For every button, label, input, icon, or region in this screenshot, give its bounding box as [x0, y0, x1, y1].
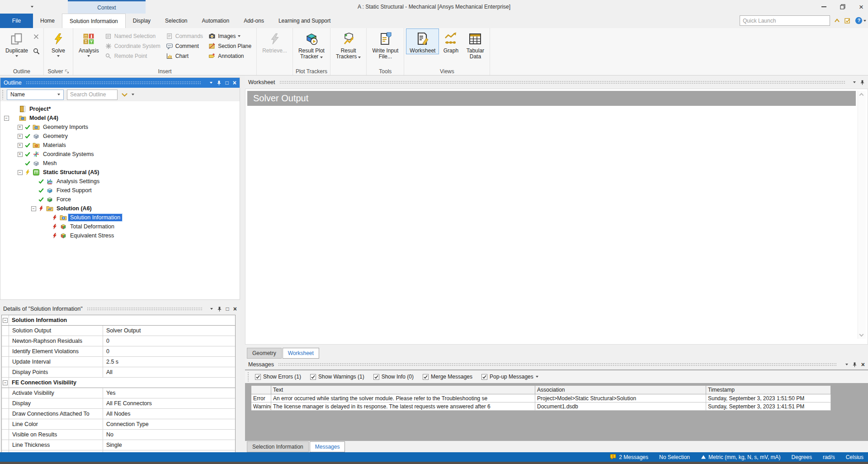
- tree-item-static-structural-a5-[interactable]: −Static Structural (A5): [0, 168, 240, 177]
- dialog-launcher-icon[interactable]: [65, 69, 69, 74]
- toolbar-grip[interactable]: [2, 90, 4, 99]
- result-plot-tracker-button[interactable]: Result PlotTracker: [295, 29, 328, 60]
- checkbox-icon[interactable]: [423, 374, 429, 380]
- minimize-button[interactable]: [821, 6, 826, 7]
- checklist-icon[interactable]: [844, 17, 851, 24]
- scroll-up-icon[interactable]: [859, 93, 864, 98]
- panel-menu-icon[interactable]: [853, 81, 856, 83]
- more-options-icon[interactable]: [132, 94, 134, 95]
- duplicate-button[interactable]: Duplicate: [2, 29, 31, 57]
- tree-expand-icon[interactable]: +: [18, 143, 23, 148]
- tree-item-analysis-settings[interactable]: Analysis Settings: [0, 177, 240, 186]
- filter-show-warnings[interactable]: Show Warnings (1): [310, 374, 364, 380]
- details-property-value[interactable]: 0: [103, 336, 235, 346]
- details-property-value[interactable]: All Nodes: [103, 409, 235, 419]
- column-header-text[interactable]: Text: [271, 386, 535, 394]
- filter-show-errors[interactable]: Show Errors (1): [255, 374, 301, 380]
- filter-merge-messages[interactable]: Merge Messages: [423, 374, 472, 380]
- panel-menu-icon[interactable]: [210, 308, 213, 310]
- find-in-tree-button[interactable]: [32, 47, 40, 55]
- tree-expand-icon[interactable]: +: [18, 125, 23, 130]
- close-button[interactable]: ×: [859, 3, 863, 11]
- status-metric-mm-kg-n-s-mv-ma-[interactable]: Metric (mm, kg, N, s, mV, mA): [701, 454, 781, 460]
- expand-search-icon[interactable]: [121, 92, 128, 98]
- annotation-button[interactable]: Annotation: [207, 51, 253, 61]
- tree-collapse-icon[interactable]: −: [4, 116, 9, 121]
- tree-item-fixed-support[interactable]: Fixed Support: [0, 186, 240, 195]
- section-collapse-icon[interactable]: −: [3, 380, 8, 385]
- pin-icon[interactable]: [852, 362, 857, 368]
- status-celsius[interactable]: Celsius: [846, 454, 863, 460]
- column-header-association[interactable]: Association: [535, 386, 706, 394]
- filter-type-dropdown[interactable]: Name: [7, 90, 64, 100]
- tree-item-mesh[interactable]: Mesh: [0, 159, 240, 168]
- details-property-value[interactable]: No: [103, 430, 235, 440]
- view-tab-geometry[interactable]: Geometry: [247, 348, 282, 359]
- tree-item-project-[interactable]: Project*: [0, 104, 240, 114]
- restore-button[interactable]: [840, 4, 845, 9]
- status-no-selection[interactable]: No Selection: [659, 454, 690, 460]
- details-property-value[interactable]: Single: [103, 440, 235, 450]
- tree-collapse-icon[interactable]: −: [18, 170, 23, 175]
- tab-selection[interactable]: Selection: [158, 14, 194, 28]
- collapse-ribbon-icon[interactable]: [834, 18, 840, 24]
- filter-pop-up-messages[interactable]: Pop-up Messages: [481, 374, 538, 380]
- images-button[interactable]: Images: [207, 31, 253, 41]
- tab-file[interactable]: File: [0, 14, 33, 28]
- analysis-button[interactable]: Analysis: [75, 29, 102, 57]
- close-panel-icon[interactable]: ×: [233, 306, 237, 312]
- column-header-timestamp[interactable]: Timestamp: [706, 386, 831, 394]
- toolbar-grip[interactable]: [247, 372, 250, 382]
- status-degrees[interactable]: Degrees: [792, 454, 812, 460]
- tab-automation[interactable]: Automation: [194, 14, 236, 28]
- worksheet-scrollbar[interactable]: [858, 91, 866, 339]
- result-trackers-button[interactable]: ResultTrackers: [333, 29, 364, 60]
- message-row-error[interactable]: ErrorAn error occurred while starting th…: [251, 394, 831, 402]
- retrieve-button[interactable]: Retrieve...: [259, 29, 290, 54]
- comment-button[interactable]: Comment: [164, 41, 205, 51]
- column-header-severity[interactable]: [251, 386, 271, 394]
- close-panel-icon[interactable]: ×: [233, 80, 236, 86]
- bottom-tab-selection-information[interactable]: Selection Information: [247, 441, 309, 452]
- tree-item-solution-information[interactable]: Solution Information: [0, 213, 240, 222]
- tree-item-solution-a6-[interactable]: −Solution (A6): [0, 204, 240, 213]
- section-plane-button[interactable]: Section Plane: [207, 41, 253, 51]
- bottom-tab-messages[interactable]: Messages: [310, 441, 345, 452]
- tab-display[interactable]: Display: [126, 14, 158, 28]
- tree-item-coordinate-systems[interactable]: +Coordinate Systems: [0, 150, 240, 159]
- tree-item-geometry[interactable]: +Geometry: [0, 132, 240, 141]
- tree-item-model-a4-[interactable]: −Model (A4): [0, 114, 240, 123]
- quick-access-dropdown-icon[interactable]: [31, 6, 33, 8]
- details-property-value[interactable]: All: [103, 367, 235, 377]
- status-rad-s[interactable]: rad/s: [823, 454, 835, 460]
- details-property-value[interactable]: Yes: [103, 388, 235, 398]
- dropdown-caret-icon[interactable]: [87, 55, 90, 57]
- tree-item-geometry-imports[interactable]: +Geometry Imports: [0, 123, 240, 132]
- delete-button[interactable]: [32, 33, 40, 41]
- tree-collapse-icon[interactable]: −: [31, 206, 36, 211]
- write-input-file-button[interactable]: Write InputFile...: [369, 29, 401, 60]
- dropdown-caret-icon[interactable]: [15, 55, 18, 57]
- maximize-panel-icon[interactable]: □: [226, 80, 229, 85]
- tree-item-equivalent-stress[interactable]: Equivalent Stress: [0, 231, 240, 240]
- panel-menu-icon[interactable]: [845, 364, 848, 365]
- pin-icon[interactable]: [217, 80, 222, 86]
- details-property-value[interactable]: Connection Type: [103, 419, 235, 429]
- chart-button[interactable]: Chart: [164, 51, 205, 61]
- maximize-panel-icon[interactable]: □: [226, 306, 229, 312]
- tree-item-total-deformation[interactable]: Total Deformation: [0, 222, 240, 231]
- solve-button[interactable]: Solve: [46, 29, 71, 57]
- quick-launch-input[interactable]: [740, 15, 830, 26]
- message-row-warning[interactable]: WarningThe license manager is delayed in…: [251, 402, 831, 411]
- view-tab-worksheet[interactable]: Worksheet: [283, 348, 319, 359]
- tree-expand-icon[interactable]: +: [18, 152, 23, 157]
- tree-item-force[interactable]: Force: [0, 195, 240, 204]
- details-property-value[interactable]: 0: [103, 346, 235, 356]
- dropdown-caret-icon[interactable]: [536, 376, 538, 378]
- app-logo-icon[interactable]: [4, 2, 15, 11]
- tab-learning-and-support[interactable]: Learning and Support: [271, 14, 338, 28]
- details-property-value[interactable]: Solver Output: [103, 326, 235, 336]
- scroll-down-icon[interactable]: [859, 332, 864, 337]
- checkbox-icon[interactable]: [310, 374, 316, 380]
- checkbox-icon[interactable]: [255, 374, 261, 380]
